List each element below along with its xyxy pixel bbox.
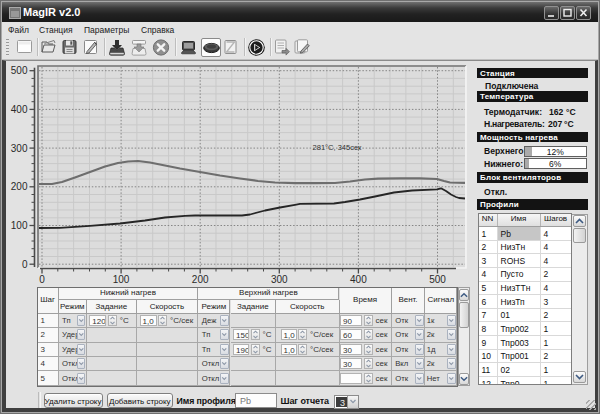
svg-text:300: 300 bbox=[271, 274, 288, 285]
svg-text:0: 0 bbox=[22, 259, 28, 270]
svg-text:400: 400 bbox=[350, 274, 367, 285]
svg-text:200: 200 bbox=[192, 274, 209, 285]
svg-text:0: 0 bbox=[39, 274, 45, 285]
svg-text:500: 500 bbox=[429, 274, 446, 285]
svg-text:400: 400 bbox=[11, 104, 28, 115]
svg-text:500: 500 bbox=[11, 65, 28, 76]
svg-text:100: 100 bbox=[11, 220, 28, 231]
svg-text:300: 300 bbox=[11, 143, 28, 154]
svg-text:100: 100 bbox=[113, 274, 130, 285]
svg-text:281°C, 345сек: 281°C, 345сек bbox=[313, 143, 363, 152]
svg-text:200: 200 bbox=[11, 181, 28, 192]
